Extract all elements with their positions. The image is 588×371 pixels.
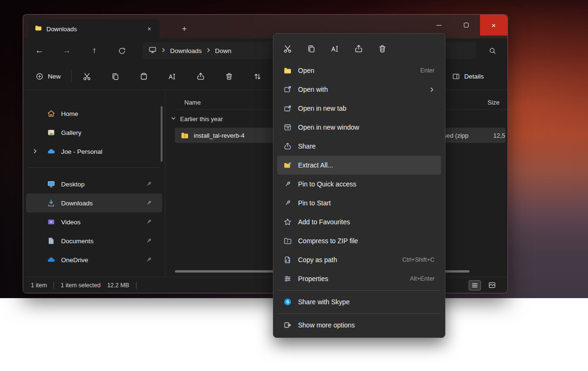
large-icons-view-toggle[interactable] — [486, 280, 498, 291]
plus-circle-icon — [36, 72, 44, 80]
status-divider — [54, 282, 54, 289]
file-type-partial: sed (zipp — [443, 132, 469, 139]
copy-icon — [111, 72, 120, 81]
maximize-button[interactable] — [452, 15, 480, 35]
sidebar-item-desktop[interactable]: Desktop — [26, 175, 162, 194]
pin-icon — [283, 180, 292, 188]
skype-icon: S — [283, 298, 292, 306]
menu-label: Open with — [298, 86, 328, 93]
selection-count: 1 item selected — [61, 282, 100, 289]
close-button[interactable]: × — [480, 15, 507, 35]
sidebar-item-downloads[interactable]: Downloads — [26, 194, 162, 212]
menu-item-show-more-options[interactable]: Show more options — [277, 316, 441, 335]
search-button[interactable] — [484, 43, 501, 59]
column-header-name[interactable]: Name — [175, 99, 201, 106]
sidebar-label: Home — [61, 110, 78, 117]
show-more-options-icon — [283, 321, 292, 329]
sidebar-label: Gallery — [61, 129, 81, 136]
menu-item-add-to-favourites[interactable]: Add to Favourites — [277, 212, 441, 231]
menu-item-open-with[interactable]: Open with — [277, 80, 441, 99]
home-icon — [47, 109, 55, 118]
cut-icon — [283, 44, 292, 53]
sidebar-divider — [28, 168, 160, 168]
refresh-button[interactable] — [113, 43, 130, 59]
chevron-right-icon — [161, 46, 166, 55]
open-new-tab-icon — [283, 104, 292, 113]
share-icon — [196, 72, 205, 81]
forward-button[interactable]: → — [58, 43, 75, 59]
menu-item-share[interactable]: Share — [277, 137, 441, 156]
folder-icon — [35, 24, 42, 34]
delete-button[interactable] — [372, 40, 393, 58]
column-header-size[interactable]: Size — [488, 99, 499, 106]
menu-item-extract-all[interactable]: Extract All... — [277, 156, 441, 175]
sidebar-item-documents[interactable]: Documents — [26, 231, 162, 250]
menu-label: Extract All... — [298, 161, 333, 169]
videos-icon — [47, 218, 55, 226]
sidebar-item-gallery[interactable]: Gallery — [26, 123, 162, 142]
sidebar-label: Desktop — [61, 181, 85, 188]
menu-label: Show more options — [298, 321, 355, 329]
explorer-tab[interactable]: Downloads × — [29, 19, 160, 38]
menu-label: Add to Favourites — [298, 218, 350, 226]
sidebar-item-home[interactable]: Home — [26, 104, 162, 123]
sidebar-item-onedrive-personal[interactable]: Joe - Personal — [26, 142, 162, 161]
menu-item-copy-as-path[interactable]: Copy as path Ctrl+Shift+C — [277, 250, 441, 269]
rename-button[interactable] — [325, 40, 345, 58]
minimize-button[interactable] — [425, 15, 452, 35]
submenu-chevron-icon — [429, 87, 434, 93]
new-tab-button[interactable]: + — [178, 22, 191, 35]
up-button[interactable]: ↑ — [86, 43, 103, 59]
chevron-right-icon — [206, 46, 211, 55]
copy-button[interactable] — [106, 68, 125, 85]
rename-icon — [168, 72, 177, 81]
tab-close-button[interactable]: × — [144, 23, 155, 35]
menu-label: Share — [298, 142, 316, 150]
new-button[interactable]: New — [31, 69, 67, 84]
delete-button[interactable] — [219, 68, 238, 85]
menu-item-open-in-new-tab[interactable]: Open in new tab — [277, 99, 441, 118]
navigation-pane: Home Gallery Joe - Personal — [23, 90, 165, 277]
menu-item-share-with-skype[interactable]: S Share with Skype — [277, 292, 441, 311]
cut-button[interactable] — [277, 40, 298, 58]
breadcrumb-down-partial[interactable]: Down — [215, 47, 232, 54]
menu-item-open[interactable]: Open Enter — [277, 61, 441, 80]
details-view-button[interactable]: Details — [448, 70, 488, 83]
menu-item-open-in-new-window[interactable]: Open in new window — [277, 118, 441, 137]
cut-button[interactable] — [77, 68, 96, 85]
menu-label: Properties — [298, 275, 328, 283]
file-size-partial: 12,5 — [493, 132, 505, 139]
gallery-icon — [47, 128, 55, 137]
sidebar-item-videos[interactable]: Videos — [26, 212, 162, 231]
sidebar-label: OneDrive — [61, 256, 88, 264]
details-view-toggle[interactable] — [469, 280, 481, 291]
share-button[interactable] — [191, 68, 210, 85]
menu-item-pin-to-start[interactable]: Pin to Start — [277, 194, 441, 212]
chevron-down-icon[interactable] — [171, 115, 176, 123]
sidebar-scrollbar[interactable] — [161, 106, 163, 162]
copy-button[interactable] — [301, 40, 322, 58]
share-button[interactable] — [348, 40, 369, 58]
sidebar-label: Joe - Personal — [61, 148, 102, 155]
paste-button[interactable] — [134, 68, 153, 85]
search-icon — [488, 47, 497, 55]
open-new-window-icon — [283, 123, 292, 132]
menu-item-compress-to-zip[interactable]: Compress to ZIP file — [277, 231, 441, 250]
minimize-icon — [436, 25, 442, 26]
menu-item-pin-to-quick-access[interactable]: Pin to Quick access — [277, 175, 441, 194]
breadcrumb-downloads[interactable]: Downloads — [170, 47, 202, 54]
sort-button[interactable] — [248, 68, 267, 85]
context-menu-quick-actions — [273, 36, 445, 61]
pin-icon — [145, 180, 153, 189]
back-button[interactable]: ← — [31, 43, 48, 59]
sidebar-item-onedrive[interactable]: OneDrive — [26, 250, 162, 269]
documents-icon — [47, 237, 55, 245]
rename-button[interactable] — [163, 68, 181, 85]
menu-item-properties[interactable]: Properties Alt+Enter — [277, 269, 441, 288]
properties-icon — [283, 274, 292, 283]
cloud-icon — [47, 147, 55, 156]
menu-label: Open in new tab — [298, 105, 346, 112]
chevron-right-icon[interactable] — [32, 148, 38, 155]
view-toggles — [469, 280, 498, 291]
menu-shortcut: Ctrl+Shift+C — [402, 256, 434, 263]
